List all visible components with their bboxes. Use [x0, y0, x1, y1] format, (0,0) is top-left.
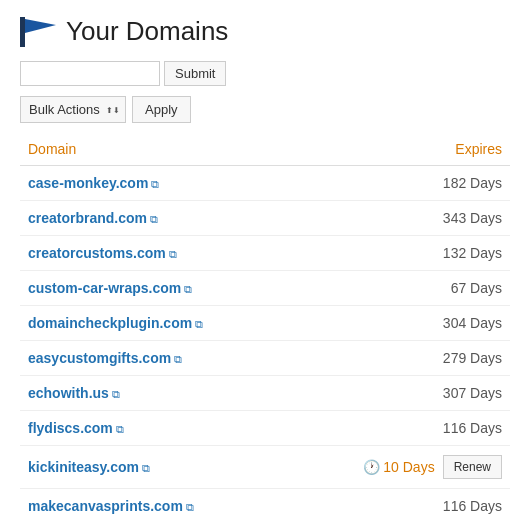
external-link-icon[interactable]: ⧉	[151, 178, 159, 190]
apply-button[interactable]: Apply	[132, 96, 191, 123]
expires-cell: 307 Days	[291, 376, 510, 411]
days-value: 307 Days	[443, 385, 502, 401]
domain-cell: creatorbrand.com⧉	[20, 201, 291, 236]
domain-link[interactable]: flydiscs.com	[28, 420, 113, 436]
col-domain: Domain	[20, 135, 291, 166]
external-link-icon[interactable]: ⧉	[174, 353, 182, 365]
domain-link[interactable]: echowith.us	[28, 385, 109, 401]
submit-button[interactable]: Submit	[164, 61, 226, 86]
domain-cell: easycustomgifts.com⧉	[20, 341, 291, 376]
domain-link[interactable]: creatorcustoms.com	[28, 245, 166, 261]
days-value: 182 Days	[443, 175, 502, 191]
external-link-icon[interactable]: ⧉	[142, 462, 150, 474]
expires-cell: 67 Days	[291, 271, 510, 306]
bulk-actions-row: Bulk Actions Apply	[20, 96, 510, 123]
days-value: 304 Days	[443, 315, 502, 331]
domain-link[interactable]: domaincheckplugin.com	[28, 315, 192, 331]
domain-link[interactable]: case-monkey.com	[28, 175, 148, 191]
days-value: 10 Days	[383, 459, 434, 475]
days-value: 116 Days	[443, 420, 502, 436]
table-row: creatorcustoms.com⧉132 Days	[20, 236, 510, 271]
table-row: easycustomgifts.com⧉279 Days	[20, 341, 510, 376]
external-link-icon[interactable]: ⧉	[116, 423, 124, 435]
clock-icon: 🕐	[363, 459, 380, 475]
renew-button[interactable]: Renew	[443, 455, 502, 479]
domain-link[interactable]: easycustomgifts.com	[28, 350, 171, 366]
table-row: makecanvasprints.com⧉116 Days	[20, 489, 510, 524]
external-link-icon[interactable]: ⧉	[184, 283, 192, 295]
expires-cell: 182 Days	[291, 166, 510, 201]
days-value: 116 Days	[443, 498, 502, 514]
expires-cell: 132 Days	[291, 236, 510, 271]
domain-cell: flydiscs.com⧉	[20, 411, 291, 446]
expires-cell: 🕐10 DaysRenew	[291, 446, 510, 489]
col-expires: Expires	[291, 135, 510, 166]
page-title: Your Domains	[66, 16, 228, 47]
expires-cell: 279 Days	[291, 341, 510, 376]
search-row: Submit	[20, 61, 510, 86]
domain-link[interactable]: creatorbrand.com	[28, 210, 147, 226]
bulk-actions-select[interactable]: Bulk Actions	[20, 96, 126, 123]
domains-table: Domain Expires case-monkey.com⧉182 Daysc…	[20, 135, 510, 523]
domain-link[interactable]: makecanvasprints.com	[28, 498, 183, 514]
days-value: 132 Days	[443, 245, 502, 261]
domain-cell: makecanvasprints.com⧉	[20, 489, 291, 524]
external-link-icon[interactable]: ⧉	[186, 501, 194, 513]
domain-cell: kickiniteasy.com⧉	[20, 446, 291, 489]
table-header-row: Domain Expires	[20, 135, 510, 166]
flag-icon	[20, 17, 56, 47]
external-link-icon[interactable]: ⧉	[150, 213, 158, 225]
expires-cell: 116 Days	[291, 489, 510, 524]
page-header: Your Domains	[20, 16, 510, 47]
table-row: creatorbrand.com⧉343 Days	[20, 201, 510, 236]
days-value: 67 Days	[451, 280, 502, 296]
table-row: case-monkey.com⧉182 Days	[20, 166, 510, 201]
table-row: echowith.us⧉307 Days	[20, 376, 510, 411]
domain-cell: custom-car-wraps.com⧉	[20, 271, 291, 306]
svg-rect-0	[20, 17, 25, 47]
table-row: flydiscs.com⧉116 Days	[20, 411, 510, 446]
domain-cell: case-monkey.com⧉	[20, 166, 291, 201]
expires-cell: 343 Days	[291, 201, 510, 236]
table-row: custom-car-wraps.com⧉67 Days	[20, 271, 510, 306]
svg-marker-1	[25, 19, 56, 33]
search-input[interactable]	[20, 61, 160, 86]
domain-cell: domaincheckplugin.com⧉	[20, 306, 291, 341]
external-link-icon[interactable]: ⧉	[169, 248, 177, 260]
domain-link[interactable]: custom-car-wraps.com	[28, 280, 181, 296]
domain-link[interactable]: kickiniteasy.com	[28, 459, 139, 475]
expires-cell: 116 Days	[291, 411, 510, 446]
domain-cell: echowith.us⧉	[20, 376, 291, 411]
table-row: kickiniteasy.com⧉🕐10 DaysRenew	[20, 446, 510, 489]
external-link-icon[interactable]: ⧉	[195, 318, 203, 330]
days-value: 279 Days	[443, 350, 502, 366]
external-link-icon[interactable]: ⧉	[112, 388, 120, 400]
expires-cell: 304 Days	[291, 306, 510, 341]
days-value: 343 Days	[443, 210, 502, 226]
bulk-actions-wrapper: Bulk Actions	[20, 96, 126, 123]
table-row: domaincheckplugin.com⧉304 Days	[20, 306, 510, 341]
domain-cell: creatorcustoms.com⧉	[20, 236, 291, 271]
